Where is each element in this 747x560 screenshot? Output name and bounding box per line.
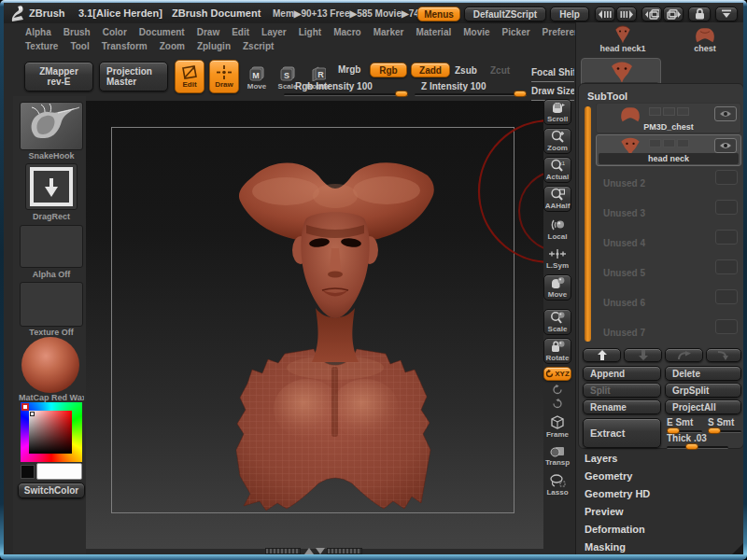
- extract-button[interactable]: Extract: [583, 418, 661, 448]
- subtool-visibility-eye-icon[interactable]: [715, 230, 738, 245]
- document-canvas[interactable]: [86, 101, 543, 549]
- menu-draw[interactable]: Draw: [197, 27, 219, 37]
- z-intensity-slider[interactable]: [415, 93, 527, 96]
- scroll-left-button[interactable]: [595, 7, 615, 21]
- menu-zscript[interactable]: Zscript: [243, 41, 274, 51]
- menu-transform[interactable]: Transform: [102, 41, 148, 51]
- menu-color[interactable]: Color: [103, 27, 127, 37]
- append-button[interactable]: Append: [583, 366, 661, 381]
- tray-open-arrow[interactable]: [304, 548, 314, 554]
- rename-button[interactable]: Rename: [583, 399, 661, 414]
- alpha-slot-button[interactable]: [20, 225, 83, 268]
- menu-movie[interactable]: Movie: [463, 27, 489, 37]
- section-geometry[interactable]: Geometry: [585, 470, 632, 482]
- subtool-row-unused-6[interactable]: Unused 6: [596, 287, 741, 316]
- lock-button[interactable]: [688, 7, 711, 21]
- grpsplit-button[interactable]: GrpSplit: [665, 383, 741, 398]
- thick-handle[interactable]: [685, 443, 698, 450]
- rgb-intensity-handle[interactable]: [395, 91, 408, 97]
- prev-document-button[interactable]: [641, 7, 662, 21]
- zadd-button[interactable]: Zadd: [411, 63, 450, 77]
- subtool-visibility-eye-icon[interactable]: [715, 259, 738, 274]
- local-pivot-button[interactable]: Local: [543, 217, 571, 243]
- transp-button[interactable]: Transp: [543, 442, 571, 469]
- scale-3d-button[interactable]: Scale: [543, 309, 571, 335]
- subtool-row-unused-4[interactable]: Unused 4: [596, 228, 741, 257]
- subtool-row-pm3d-chest[interactable]: PM3D_chest: [596, 103, 741, 133]
- subtool-visibility-eye-icon[interactable]: [715, 319, 738, 334]
- subtool-row-unused-2[interactable]: Unused 2: [596, 168, 741, 197]
- subtool-visibility-eye-icon[interactable]: [715, 170, 738, 185]
- subtool-row-unused-5[interactable]: Unused 5: [596, 258, 741, 287]
- menu-macro[interactable]: Macro: [333, 27, 360, 37]
- draw-mode-button[interactable]: Draw: [209, 60, 239, 93]
- subtool-copy-button[interactable]: [665, 348, 703, 362]
- focal-shift-control[interactable]: Focal Shift: [531, 63, 574, 82]
- tool-thumb-2[interactable]: chest: [666, 25, 743, 55]
- color-picker[interactable]: [21, 402, 82, 462]
- subtool-scrollbar[interactable]: [585, 106, 591, 342]
- subtool-row-unused-3[interactable]: Unused 3: [596, 198, 741, 227]
- subtool-visibility-eye-icon[interactable]: [715, 200, 738, 215]
- spin-y-button[interactable]: [543, 384, 571, 396]
- zcut-toggle[interactable]: Zcut: [490, 65, 510, 76]
- move-mode-button[interactable]: M Move: [244, 64, 270, 92]
- menu-zplugin[interactable]: Zplugin: [197, 41, 231, 51]
- menu-material[interactable]: Material: [416, 27, 451, 37]
- section-preview[interactable]: Preview: [585, 506, 624, 517]
- z-intensity-label[interactable]: Z Intensity 100: [421, 81, 486, 91]
- subtool-visibility-eye-icon[interactable]: [714, 106, 737, 121]
- subtool-row-unused-7[interactable]: Unused 7: [596, 317, 741, 346]
- subtool-paste-button[interactable]: [706, 348, 741, 362]
- delete-button[interactable]: Delete: [665, 366, 741, 381]
- next-document-button[interactable]: [663, 7, 684, 21]
- minimize-button[interactable]: [715, 7, 738, 21]
- thick-slider[interactable]: [667, 446, 728, 449]
- actual-size-button[interactable]: x1 Actual: [543, 157, 571, 183]
- rotate-3d-button[interactable]: Rotate: [543, 338, 571, 364]
- sv-square[interactable]: [29, 411, 72, 454]
- menu-layer[interactable]: Layer: [261, 27, 287, 37]
- zmapper-button[interactable]: ZMapper rev-E: [24, 62, 93, 91]
- lasso-button[interactable]: Lasso: [543, 472, 571, 498]
- tool-thumb-1[interactable]: head neck1: [584, 25, 662, 55]
- menu-texture[interactable]: Texture: [25, 41, 58, 51]
- menu-brush[interactable]: Brush: [63, 27, 91, 37]
- menu-edit[interactable]: Edit: [232, 27, 249, 37]
- subtool-down-button[interactable]: [624, 348, 662, 362]
- tray-divider-left[interactable]: [265, 548, 301, 554]
- tray-close-arrow[interactable]: [316, 548, 325, 554]
- menu-marker[interactable]: Marker: [374, 27, 404, 37]
- secondary-color-swatch[interactable]: [21, 465, 35, 479]
- texture-slot-button[interactable]: [20, 282, 83, 327]
- section-deformation[interactable]: Deformation: [585, 524, 645, 535]
- menu-zoom[interactable]: Zoom: [160, 41, 185, 51]
- subtool-visibility-eye-icon[interactable]: [714, 138, 737, 153]
- subtool-row-head-neck[interactable]: head neck: [596, 134, 741, 166]
- default-zscript-button[interactable]: DefaultZScript: [464, 7, 546, 21]
- rgb-intensity-slider[interactable]: [284, 93, 408, 96]
- help-button[interactable]: Help: [550, 7, 589, 21]
- scroll-canvas-button[interactable]: Scroll: [543, 99, 571, 125]
- scroll-right-button[interactable]: [616, 7, 637, 21]
- z-intensity-handle[interactable]: [514, 91, 527, 97]
- subtool-header[interactable]: SubTool: [587, 91, 627, 102]
- thick-slider-label[interactable]: Thick .03: [667, 433, 707, 443]
- switchcolor-button[interactable]: SwitchColor: [18, 483, 85, 498]
- menu-alpha[interactable]: Alpha: [25, 27, 51, 37]
- menu-document[interactable]: Document: [139, 27, 185, 37]
- section-masking[interactable]: Masking: [585, 541, 626, 553]
- spin-z-button[interactable]: [543, 398, 571, 410]
- section-geometry-hd[interactable]: Geometry HD: [585, 488, 650, 499]
- menus-button[interactable]: Menus: [417, 7, 460, 21]
- menu-picker[interactable]: Picker: [502, 27, 530, 37]
- ssmt-slider-label[interactable]: S Smt: [708, 417, 734, 427]
- draw-size-control[interactable]: Draw Size: [531, 81, 574, 101]
- frame-button[interactable]: Frame: [543, 413, 571, 440]
- aahalf-button[interactable]: AAHalf: [543, 186, 571, 212]
- move-3d-button[interactable]: Move: [543, 274, 571, 301]
- projection-master-button[interactable]: Projection Master: [99, 62, 168, 91]
- rgb-button[interactable]: Rgb: [370, 63, 407, 77]
- zoom-canvas-button[interactable]: Zoom: [543, 128, 571, 154]
- main-color-swatch[interactable]: [36, 463, 82, 480]
